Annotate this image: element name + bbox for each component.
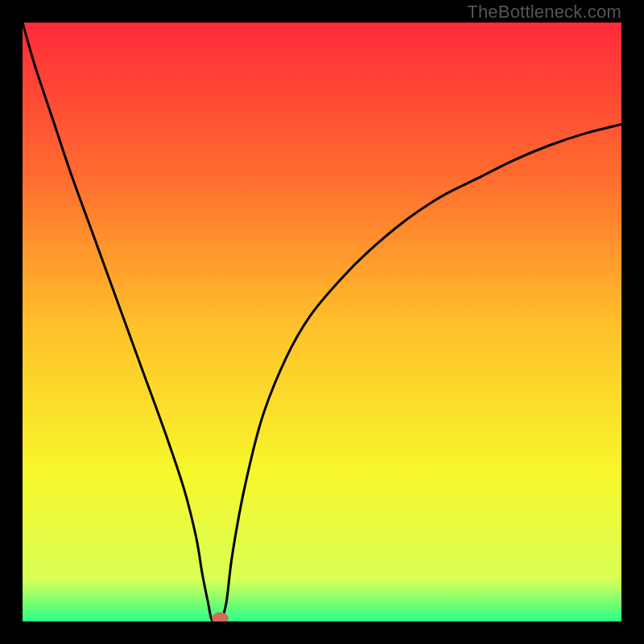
chart-plot-area: [23, 23, 621, 621]
chart-frame: TheBottleneck.com: [0, 0, 644, 644]
watermark-text: TheBottleneck.com: [467, 2, 621, 23]
chart-svg: [23, 23, 621, 621]
chart-background: [23, 23, 621, 621]
